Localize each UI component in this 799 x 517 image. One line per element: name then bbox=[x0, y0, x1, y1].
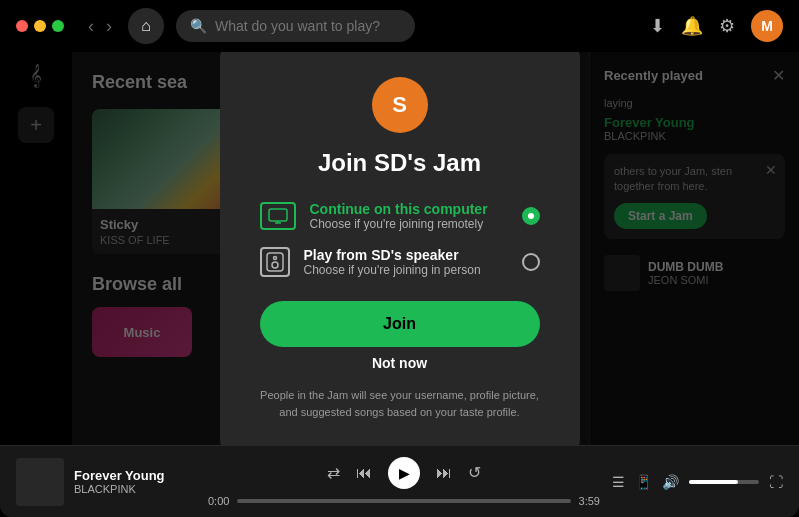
player-controls: ⇄ ⏮ ▶ ⏭ ↺ 0:00 3:59 bbox=[208, 457, 600, 507]
home-button[interactable]: ⌂ bbox=[128, 8, 164, 44]
prev-button[interactable]: ⏮ bbox=[356, 464, 372, 482]
bell-icon[interactable]: 🔔 bbox=[681, 15, 703, 37]
modal-overlay: S Join SD's Jam Continue on this compute… bbox=[0, 52, 799, 445]
speaker-icon bbox=[260, 247, 290, 277]
join-jam-modal: S Join SD's Jam Continue on this compute… bbox=[220, 52, 580, 445]
repeat-button[interactable]: ↺ bbox=[468, 463, 481, 482]
header-icons: ⬇ 🔔 ⚙ M bbox=[650, 10, 783, 42]
volume-fill bbox=[689, 480, 738, 484]
modal-disclaimer: People in the Jam will see your username… bbox=[260, 387, 540, 420]
queue-icon[interactable]: ☰ bbox=[612, 474, 625, 490]
search-input[interactable] bbox=[215, 18, 401, 34]
option-computer-radio[interactable] bbox=[522, 207, 540, 225]
time-total: 3:59 bbox=[579, 495, 600, 507]
forward-arrow-icon[interactable]: › bbox=[102, 14, 116, 39]
option-speaker-row[interactable]: Play from SD's speaker Choose if you're … bbox=[260, 247, 540, 277]
not-now-button[interactable]: Not now bbox=[372, 355, 427, 371]
option-speaker-text: Play from SD's speaker Choose if you're … bbox=[304, 247, 508, 277]
svg-point-5 bbox=[273, 257, 276, 260]
option-speaker-label: Play from SD's speaker bbox=[304, 247, 508, 263]
player-buttons: ⇄ ⏮ ▶ ⏭ ↺ bbox=[327, 457, 481, 489]
volume-icon[interactable]: 🔊 bbox=[662, 474, 679, 490]
download-icon[interactable]: ⬇ bbox=[650, 15, 665, 37]
main-content: 𝄞 + Recent sea Sticky KISS OF LIFE Brows… bbox=[0, 52, 799, 445]
volume-bar[interactable] bbox=[689, 480, 759, 484]
player-text: Forever Young BLACKPINK bbox=[74, 468, 165, 495]
player-thumbnail bbox=[16, 458, 64, 506]
settings-icon[interactable]: ⚙ bbox=[719, 15, 735, 37]
time-current: 0:00 bbox=[208, 495, 229, 507]
player-track-name: Forever Young bbox=[74, 468, 165, 483]
back-arrow-icon[interactable]: ‹ bbox=[84, 14, 98, 39]
fullscreen-icon[interactable]: ⛶ bbox=[769, 474, 783, 490]
option-computer-text: Continue on this computer Choose if you'… bbox=[310, 201, 508, 231]
minimize-traffic-light[interactable] bbox=[34, 20, 46, 32]
progress-bar: 0:00 3:59 bbox=[208, 495, 600, 507]
search-bar[interactable]: 🔍 bbox=[176, 10, 415, 42]
player-extras: ☰ 📱 🔊 ⛶ bbox=[612, 474, 783, 490]
app-window: ‹ › ⌂ 🔍 ⬇ 🔔 ⚙ M 𝄞 + Recent sea bbox=[0, 0, 799, 517]
close-traffic-light[interactable] bbox=[16, 20, 28, 32]
option-computer-label: Continue on this computer bbox=[310, 201, 508, 217]
devices-icon[interactable]: 📱 bbox=[635, 474, 652, 490]
option-speaker-radio[interactable] bbox=[522, 253, 540, 271]
option-computer-row[interactable]: Continue on this computer Choose if you'… bbox=[260, 201, 540, 231]
title-bar: ‹ › ⌂ 🔍 ⬇ 🔔 ⚙ M bbox=[0, 0, 799, 52]
player-track-info: Forever Young BLACKPINK bbox=[16, 458, 196, 506]
join-button[interactable]: Join bbox=[260, 301, 540, 347]
player-bar: Forever Young BLACKPINK ⇄ ⏮ ▶ ⏭ ↺ 0:00 3… bbox=[0, 445, 799, 517]
modal-title: Join SD's Jam bbox=[318, 149, 481, 177]
progress-track[interactable] bbox=[237, 499, 570, 503]
svg-point-4 bbox=[272, 262, 278, 268]
svg-rect-0 bbox=[269, 209, 287, 221]
option-computer-sublabel: Choose if you're joining remotely bbox=[310, 217, 508, 231]
search-icon: 🔍 bbox=[190, 18, 207, 34]
modal-avatar: S bbox=[372, 77, 428, 133]
play-button[interactable]: ▶ bbox=[388, 457, 420, 489]
maximize-traffic-light[interactable] bbox=[52, 20, 64, 32]
avatar[interactable]: M bbox=[751, 10, 783, 42]
shuffle-button[interactable]: ⇄ bbox=[327, 463, 340, 482]
monitor-icon bbox=[260, 202, 296, 230]
next-button[interactable]: ⏭ bbox=[436, 464, 452, 482]
option-speaker-sublabel: Choose if you're joining in person bbox=[304, 263, 508, 277]
player-artist: BLACKPINK bbox=[74, 483, 165, 495]
traffic-lights bbox=[16, 20, 64, 32]
nav-arrows: ‹ › bbox=[84, 14, 116, 39]
